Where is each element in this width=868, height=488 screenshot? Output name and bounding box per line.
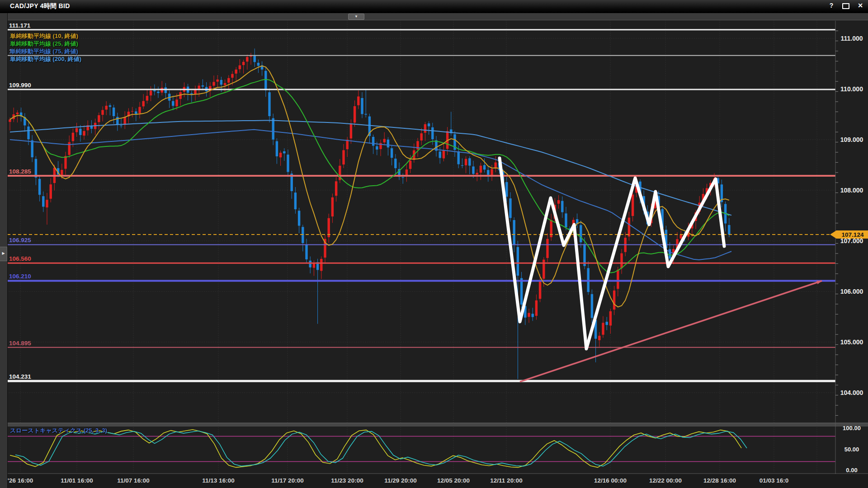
stoch-axis-label: 50.00: [844, 446, 859, 453]
price-line-label: 104.231: [9, 373, 31, 380]
panel-splitter[interactable]: [0, 423, 868, 427]
stoch-axis-label: 100.00: [843, 425, 861, 432]
price-line-label: 104.895: [9, 340, 31, 347]
date-axis-label: 11/23 20:00: [331, 477, 363, 484]
chevron-down-icon: ▼: [349, 14, 364, 19]
chart-background: [0, 13, 868, 488]
price-line-label: 108.285: [9, 168, 31, 175]
date-axis-label: 11/13 16:00: [202, 477, 234, 484]
title-bar[interactable]: CAD/JPY 4時間 BID ? ✕: [0, 0, 868, 13]
price-axis-label: 104.000: [840, 389, 863, 396]
price-axis-label: 105.000: [840, 338, 863, 346]
date-axis-label: 12/05 20:00: [437, 477, 470, 484]
sidebar-gutter: ▶: [0, 13, 8, 488]
toolbar-expand-button[interactable]: ▼: [348, 14, 364, 20]
toolbar-strip: ▼: [7, 13, 868, 20]
price-axis-label: 109.000: [840, 136, 863, 143]
chart-canvas[interactable]: 111.171110.663109.990108.285106.925106.5…: [0, 0, 868, 488]
chevron-right-icon: ▶: [2, 251, 5, 255]
stochastics-legend: スローストキャスティクス (25, 3, 3): [10, 427, 107, 435]
date-axis-label: 12/11 20:00: [490, 477, 522, 484]
price-axis-label: 108.000: [840, 187, 863, 194]
price-line-label: 106.560: [9, 255, 31, 262]
help-button[interactable]: ?: [827, 1, 835, 9]
legend-sma10: 単純移動平均線 (10, 終値): [10, 32, 81, 40]
close-button[interactable]: ✕: [856, 1, 864, 9]
chart-window: 111.171110.663109.990108.285106.925106.5…: [0, 0, 868, 488]
price-axis-label: 106.000: [840, 288, 863, 295]
price-line-label: 106.210: [9, 273, 31, 280]
legend-sma25: 単純移動平均線 (25, 終値): [10, 40, 81, 47]
date-axis-label: 11/07 16:00: [117, 477, 149, 484]
sidebar-expand-button[interactable]: ▶: [0, 247, 7, 261]
date-axis-label: '26 16:00: [8, 477, 33, 484]
date-axis-label: 01/03 16:0: [760, 477, 789, 484]
date-axis-label: 12/16 00:00: [594, 477, 627, 484]
current-price-tag: 107.124: [830, 230, 868, 239]
indicator-legend: 単純移動平均線 (10, 終値) 単純移動平均線 (25, 終値) 単純移動平均…: [10, 32, 81, 63]
window-title: CAD/JPY 4時間 BID: [10, 2, 70, 10]
price-axis-label: 110.000: [840, 85, 863, 93]
legend-sma200: 単純移動平均線 (200, 終値): [10, 55, 81, 63]
stoch-axis-label: 0.00: [846, 467, 857, 474]
price-line-label: 109.990: [9, 82, 31, 89]
date-axis-label: 11/29 20:00: [384, 477, 416, 484]
maximize-button[interactable]: [842, 1, 850, 9]
date-axis-label: 11/17 20:00: [271, 477, 303, 484]
date-axis-label: 11/01 16:00: [61, 477, 93, 484]
date-axis-label: 12/28 16:00: [703, 477, 736, 484]
date-axis-label: 12/22 00:00: [649, 477, 682, 484]
maximize-icon: [842, 3, 849, 9]
price-axis-label: 111.000: [840, 35, 863, 42]
price-line-label: 106.925: [9, 237, 31, 244]
price-line-label: 111.171: [9, 22, 31, 29]
legend-sma75: 単純移動平均線 (75, 終値): [10, 47, 81, 55]
svg-text:107.124: 107.124: [842, 231, 864, 238]
date-axis[interactable]: '26 16:0011/01 16:0011/07 16:0011/13 16:…: [0, 474, 868, 488]
